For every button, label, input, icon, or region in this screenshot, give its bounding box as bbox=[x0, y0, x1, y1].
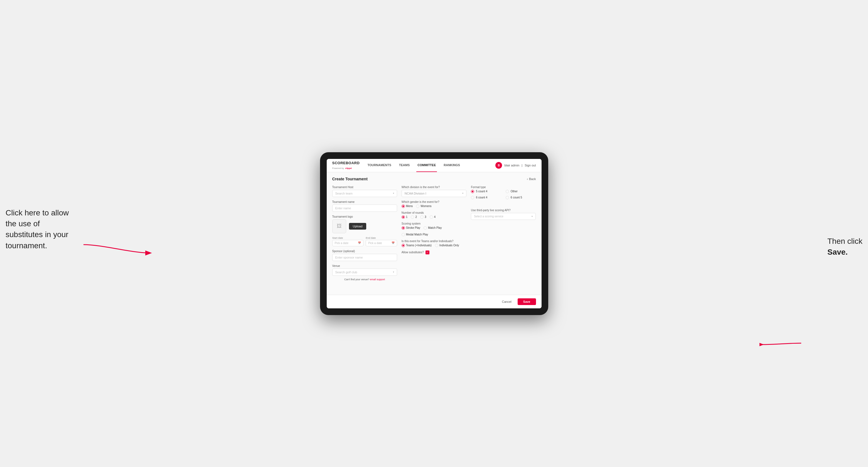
scoring-match[interactable]: Match Play bbox=[424, 226, 442, 229]
save-button[interactable]: Save bbox=[518, 298, 536, 305]
rounds-label: Number of rounds bbox=[402, 211, 466, 214]
start-date-input[interactable]: Pick a date 📅 bbox=[332, 240, 364, 246]
nav-teams[interactable]: TEAMS bbox=[398, 159, 411, 172]
format-5count4-label: 5 count 4 bbox=[476, 190, 487, 193]
calendar-icon: 📅 bbox=[358, 242, 361, 244]
end-date-input[interactable]: Pick a date 📅 bbox=[366, 240, 397, 246]
form-layout: Tournament Host ▾ Tournament name Tourna… bbox=[332, 186, 536, 281]
venue-input[interactable]: ▾ bbox=[332, 269, 397, 276]
rounds-3-label: 3 bbox=[425, 215, 426, 218]
rounds-radio-group: 1 2 3 4 bbox=[402, 215, 466, 219]
annotation-right: Then click Save. bbox=[827, 236, 862, 257]
format-6count4-radio[interactable] bbox=[471, 196, 474, 199]
format-other[interactable]: Other bbox=[506, 190, 536, 193]
scoring-stroke-radio[interactable] bbox=[402, 226, 405, 229]
sponsor-input[interactable] bbox=[332, 254, 397, 261]
rounds-2-radio[interactable] bbox=[411, 215, 414, 219]
format-6count4-label: 6 count 4 bbox=[476, 196, 487, 199]
form-col-3: Format type 5 count 4 Other bbox=[471, 186, 536, 220]
scoring-stroke[interactable]: Stroke Play bbox=[402, 226, 420, 229]
venue-label: Venue bbox=[332, 264, 397, 268]
avatar: B bbox=[495, 162, 502, 169]
upload-button[interactable]: Upload bbox=[349, 223, 367, 229]
format-6count5[interactable]: 6 count 5 bbox=[506, 196, 536, 199]
format-other-radio[interactable] bbox=[506, 190, 509, 193]
rounds-3[interactable]: 3 bbox=[420, 215, 426, 219]
teams-group: Is this event for Teams and/or Individua… bbox=[402, 240, 466, 247]
teams-individuals[interactable]: Individuals Only bbox=[435, 244, 459, 247]
format-5count4-radio[interactable] bbox=[471, 190, 474, 193]
scoring-label: Scoring system bbox=[402, 222, 466, 225]
teams-both[interactable]: Teams (+Individuals) bbox=[402, 244, 432, 247]
nav-separator: | bbox=[522, 164, 522, 167]
email-support-link[interactable]: email support bbox=[370, 278, 385, 281]
tournament-name-group: Tournament name bbox=[332, 200, 397, 212]
navigation: SCOREBOARD Powered by clippd TOURNAMENTS… bbox=[327, 159, 541, 172]
format-5count4[interactable]: 5 count 4 bbox=[471, 190, 501, 193]
signout-link[interactable]: Sign out bbox=[525, 164, 536, 167]
page-content: Create Tournament ‹ Back Tournament Host… bbox=[327, 172, 541, 295]
substitutes-checkbox[interactable]: ✓ bbox=[426, 250, 429, 254]
format-6count4[interactable]: 6 count 4 bbox=[471, 196, 501, 199]
rounds-group: Number of rounds 1 2 bbox=[402, 211, 466, 219]
teams-both-radio[interactable] bbox=[402, 244, 405, 247]
back-button[interactable]: ‹ Back bbox=[527, 177, 536, 181]
rounds-1-radio[interactable] bbox=[402, 215, 405, 219]
teams-individuals-label: Individuals Only bbox=[439, 244, 459, 247]
scoring-match-label: Match Play bbox=[428, 226, 442, 229]
image-icon: 🖼 bbox=[337, 223, 342, 229]
gender-mens-radio[interactable] bbox=[402, 205, 405, 208]
app-logo: SCOREBOARD Powered by clippd bbox=[332, 161, 360, 170]
scoring-match-radio[interactable] bbox=[424, 226, 427, 229]
division-select[interactable]: NCAA Division I ▾ bbox=[402, 190, 466, 197]
gender-womens-radio[interactable] bbox=[416, 205, 420, 208]
venue-field[interactable] bbox=[335, 271, 393, 274]
start-date-label: Start date bbox=[332, 237, 364, 239]
teams-radio-group: Teams (+Individuals) Individuals Only bbox=[402, 244, 466, 247]
division-chevron-icon: ▾ bbox=[462, 192, 463, 194]
gender-mens[interactable]: Mens bbox=[402, 205, 413, 208]
tournament-name-input[interactable] bbox=[332, 205, 397, 212]
tournament-host-group: Tournament Host ▾ bbox=[332, 186, 397, 197]
nav-user: B blair admin | Sign out bbox=[495, 162, 536, 169]
start-date-placeholder: Pick a date bbox=[335, 242, 348, 245]
sponsor-group: Sponsor (optional) bbox=[332, 250, 397, 261]
tablet-frame: SCOREBOARD Powered by clippd TOURNAMENTS… bbox=[320, 152, 548, 315]
venue-group: Venue ▾ Can't find your venue? email sup… bbox=[332, 264, 397, 281]
gender-womens[interactable]: Womens bbox=[416, 205, 431, 208]
scoring-radio-group: Stroke Play Match Play Medal Match Play bbox=[402, 226, 466, 236]
nav-items: TOURNAMENTS TEAMS COMMITTEE RANKINGS bbox=[366, 159, 495, 172]
format-group: Format type 5 count 4 Other bbox=[471, 186, 536, 201]
start-date-group: Start date Pick a date 📅 bbox=[332, 237, 364, 246]
scoring-api-select[interactable]: Select a scoring service ▾ bbox=[471, 213, 536, 220]
nav-committee[interactable]: COMMITTEE bbox=[416, 159, 437, 172]
rounds-4-radio[interactable] bbox=[430, 215, 433, 219]
scoring-medal[interactable]: Medal Match Play bbox=[402, 233, 428, 236]
teams-label: Is this event for Teams and/or Individua… bbox=[402, 240, 466, 243]
tournament-host-input[interactable]: ▾ bbox=[332, 190, 397, 197]
cancel-button[interactable]: Cancel bbox=[499, 298, 515, 305]
page-header: Create Tournament ‹ Back bbox=[332, 177, 536, 181]
teams-individuals-radio[interactable] bbox=[435, 244, 438, 247]
scoring-medal-label: Medal Match Play bbox=[406, 233, 428, 236]
arrow-left-icon bbox=[81, 236, 153, 258]
tournament-logo-group: Tournament logo 🖼 Upload bbox=[332, 215, 397, 233]
annotation-left: Click here to allow the use of substitut… bbox=[6, 207, 78, 251]
end-date-label: End date bbox=[366, 237, 397, 239]
rounds-3-radio[interactable] bbox=[420, 215, 424, 219]
scoring-api-group: Use third-party live scoring API? Select… bbox=[471, 209, 536, 220]
rounds-1[interactable]: 1 bbox=[402, 215, 408, 219]
rounds-4[interactable]: 4 bbox=[430, 215, 436, 219]
tournament-host-field[interactable] bbox=[335, 192, 393, 195]
nav-rankings[interactable]: RANKINGS bbox=[442, 159, 461, 172]
logo-powered: Powered by clippd bbox=[332, 165, 360, 170]
gender-radio-group: Mens Womens bbox=[402, 205, 466, 208]
scoring-medal-radio[interactable] bbox=[402, 233, 405, 236]
substitutes-label: Allow substitutes? bbox=[402, 251, 424, 254]
format-6count5-radio[interactable] bbox=[506, 196, 509, 199]
rounds-2[interactable]: 2 bbox=[411, 215, 417, 219]
checkmark-icon: ✓ bbox=[426, 251, 429, 254]
substitutes-checkbox-item[interactable]: Allow substitutes? ✓ bbox=[402, 250, 466, 254]
format-6count5-label: 6 count 5 bbox=[511, 196, 522, 199]
nav-tournaments[interactable]: TOURNAMENTS bbox=[366, 159, 392, 172]
